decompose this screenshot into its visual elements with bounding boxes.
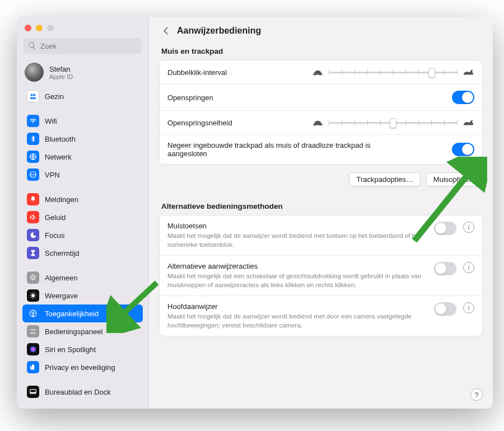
sidebar-item-bedieningspaneel[interactable]: Bedieningspaneel (22, 322, 143, 340)
alt-row-toggle[interactable] (434, 262, 456, 275)
sidebar-nav: GezinWifiBluetoothNetwerkVPNMeldingenGel… (17, 87, 148, 409)
doubleclick-label: Dubbelklik-interval (167, 68, 227, 77)
alt-row-toggle[interactable] (434, 222, 456, 235)
header: Aanwijzerbediening (149, 17, 493, 41)
sidebar-item-label: Algemeen (45, 274, 78, 282)
trackpad-options-button[interactable]: Trackpadopties… (349, 172, 420, 186)
sidebar-item-schermtijd[interactable]: Schermtijd (22, 244, 143, 262)
svg-point-4 (31, 294, 35, 297)
sidebar-item-label: Geluid (45, 213, 66, 222)
search-icon (28, 41, 36, 50)
sidebar-item-vpn[interactable]: VPN (22, 166, 143, 184)
profile-name: Stefan (49, 65, 73, 73)
vpn-icon (27, 168, 39, 181)
section-title-alt: Alternatieve bedieningsmethoden (149, 196, 493, 215)
family-icon (27, 90, 39, 102)
help-button[interactable]: ? (470, 388, 483, 401)
rabbit-icon (462, 68, 474, 76)
sidebar-item-privacy-en-beveiliging[interactable]: Privacy en beveiliging (22, 358, 143, 376)
row-springloading: Openspringen (160, 85, 482, 111)
sidebar-item-label: Bureaublad en Dock (45, 388, 111, 396)
rabbit-icon (462, 119, 474, 127)
sidebar-item-toegankelijkheid[interactable]: Toegankelijkheid (22, 304, 143, 322)
alt-row-desc: Maakt het mogelijk dat de aanwijzer word… (167, 312, 423, 330)
profile-row[interactable]: Stefan Apple ID (17, 59, 148, 87)
search-field[interactable] (24, 38, 142, 54)
alt-row-title: Alternatieve aanwijzeracties (167, 262, 423, 270)
sidebar-item-meldingen[interactable]: Meldingen (22, 190, 143, 208)
alt-row-title: Hoofdaanwijzer (167, 302, 423, 311)
section-title-mouse: Muis en trackpad (149, 41, 493, 60)
maximize-icon[interactable] (47, 25, 54, 31)
sidebar-item-label: Netwerk (45, 153, 72, 161)
ignore-trackpad-label: Negeer ingebouwde trackpad als muis of d… (167, 141, 403, 158)
sidebar-item-bureaublad-en-dock[interactable]: Bureaublad en Dock (22, 383, 143, 401)
svg-rect-11 (30, 392, 36, 393)
alt-row-desc: Maakt het mogelijk dat een schakelaar of… (167, 272, 423, 289)
springloading-toggle[interactable] (452, 91, 474, 104)
mouse-options-button[interactable]: Muisopties… (426, 172, 483, 186)
hourglass-icon (27, 247, 39, 259)
sidebar-item-weergave[interactable]: Weergave (22, 287, 143, 304)
alt-row-2: HoofdaanwijzerMaakt het mogelijk dat de … (160, 296, 482, 336)
springloading-speed-slider[interactable] (312, 117, 474, 128)
sidebar-item-netwerk[interactable]: Netwerk (22, 148, 143, 166)
svg-point-1 (34, 94, 36, 96)
page-title: Aanwijzerbediening (177, 26, 261, 36)
gear-icon (27, 271, 39, 284)
network-icon (27, 151, 39, 163)
alt-row-toggle[interactable] (434, 302, 456, 316)
row-doubleclick-interval: Dubbelklik-interval (160, 60, 482, 85)
doubleclick-slider[interactable] (312, 67, 474, 78)
avatar (25, 63, 44, 82)
minimize-icon[interactable] (36, 25, 43, 31)
controls-icon (27, 325, 39, 338)
search-input[interactable] (24, 38, 142, 54)
moon-icon (27, 229, 39, 241)
siri-icon (27, 343, 39, 355)
close-icon[interactable] (25, 25, 31, 31)
svg-point-7 (34, 329, 35, 330)
profile-sub: Apple ID (49, 73, 73, 80)
sidebar: Stefan Apple ID GezinWifiBluetoothNetwer… (17, 17, 149, 409)
dock-icon (27, 386, 39, 398)
sidebar-item-bluetooth[interactable]: Bluetooth (22, 130, 143, 148)
svg-point-0 (31, 94, 33, 96)
sidebar-item-siri-en-spotlight[interactable]: Siri en Spotlight (22, 340, 143, 358)
main-pane: Aanwijzerbediening Muis en trackpad Dubb… (149, 17, 493, 409)
back-button[interactable] (161, 26, 171, 36)
sidebar-item-label: Bedieningspaneel (45, 327, 102, 336)
sidebar-item-label: Focus (45, 231, 64, 240)
info-icon[interactable]: i (463, 262, 474, 273)
sound-icon (27, 211, 39, 223)
sidebar-item-label: Meldingen (45, 195, 78, 204)
hand-icon (27, 361, 39, 373)
svg-point-9 (30, 346, 36, 353)
ignore-trackpad-toggle[interactable] (452, 143, 474, 156)
sidebar-item-label: Schermtijd (45, 249, 79, 257)
springloading-label: Openspringen (167, 93, 213, 102)
mouse-trackpad-buttons: Trackpadopties… Muisopties… (149, 170, 493, 196)
sidebar-item-label: Gezin (45, 92, 64, 101)
alt-row-0: MuistoetsenMaakt het mogelijk dat de aan… (160, 216, 482, 256)
alt-row-title: Muistoetsen (167, 222, 423, 230)
sidebar-item-wifi[interactable]: Wifi (22, 112, 143, 130)
turtle-icon (312, 68, 324, 76)
sidebar-item-focus[interactable]: Focus (22, 226, 143, 244)
sidebar-item-algemeen[interactable]: Algemeen (22, 269, 143, 287)
sidebar-item-label: Bluetooth (45, 135, 76, 143)
sidebar-item-label: Toegankelijkheid (45, 310, 99, 318)
sidebar-item-label: Weergave (45, 292, 78, 300)
info-icon[interactable]: i (463, 302, 474, 313)
row-ignore-trackpad: Negeer ingebouwde trackpad als muis of d… (160, 135, 482, 164)
turtle-icon (312, 119, 324, 127)
alt-row-1: Alternatieve aanwijzeractiesMaakt het mo… (160, 256, 482, 296)
wifi-icon (27, 115, 39, 127)
panel-alternate-methods: MuistoetsenMaakt het mogelijk dat de aan… (159, 215, 483, 336)
info-icon[interactable]: i (463, 222, 474, 233)
alt-row-desc: Maakt het mogelijk dat de aanwijzer word… (167, 232, 423, 249)
svg-point-8 (31, 332, 32, 334)
sidebar-item-gezin[interactable]: Gezin (22, 87, 143, 105)
sidebar-item-geluid[interactable]: Geluid (22, 208, 143, 226)
settings-window: Stefan Apple ID GezinWifiBluetoothNetwer… (17, 17, 493, 409)
